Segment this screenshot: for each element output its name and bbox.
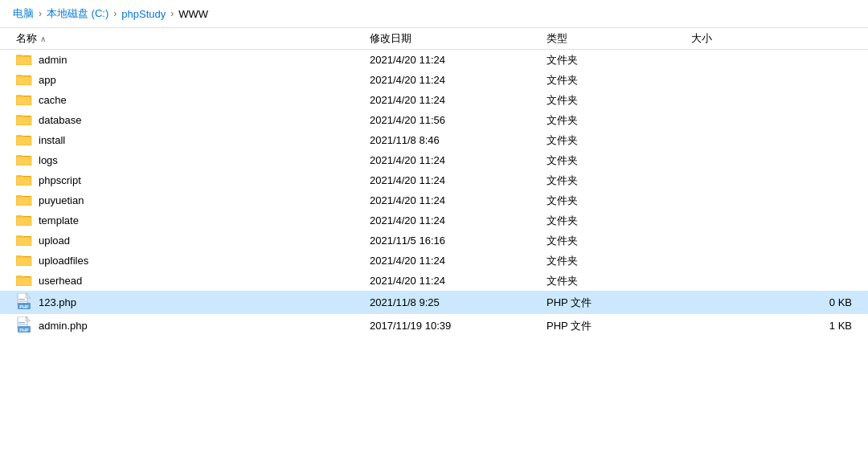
cell-type: PHP 文件 [547,296,691,310]
table-row[interactable]: database2021/4/20 11:56文件夹 [0,110,868,130]
table-row[interactable]: userhead2021/4/20 11:24文件夹 [0,271,868,291]
file-name: logs [39,154,58,166]
cell-date: 2021/11/8 8:46 [370,134,547,146]
breadcrumb: 电脑 › 本地磁盘 (C:) › phpStudy › WWW [0,0,868,28]
cell-name: userhead [0,273,370,288]
svg-rect-28 [16,157,31,165]
column-headers: 名称 ∧ 修改日期 类型 大小 [0,28,868,50]
breadcrumb-sep-3: › [170,8,174,19]
svg-rect-64 [18,301,27,302]
folder-icon [16,213,32,228]
cell-type: 文件夹 [547,113,691,128]
svg-text:PHP: PHP [19,304,29,309]
svg-rect-63 [18,299,25,300]
table-row[interactable]: template2021/4/20 11:24文件夹 [0,210,868,231]
cell-name: upload [0,233,370,248]
breadcrumb-phpstudy[interactable]: phpStudy [121,8,166,20]
cell-date: 2021/4/20 11:24 [370,174,547,186]
table-row[interactable]: cache2021/4/20 11:24文件夹 [0,90,868,110]
col-header-date[interactable]: 修改日期 [370,31,547,46]
cell-name: logs [0,153,370,168]
svg-rect-13 [16,96,31,105]
cell-date: 2021/4/20 11:24 [370,194,547,206]
php-file-icon: PHP [16,316,32,335]
svg-rect-43 [16,217,31,226]
breadcrumb-computer[interactable]: 电脑 [13,6,34,21]
svg-rect-22 [16,135,23,137]
svg-rect-48 [16,237,31,246]
file-name: admin.php [39,320,88,332]
svg-marker-62 [26,293,31,298]
table-row[interactable]: app2021/4/20 11:24文件夹 [0,70,868,90]
svg-rect-2 [16,55,23,56]
table-row[interactable]: puyuetian2021/4/20 11:24文件夹 [0,190,868,210]
table-row[interactable]: install2021/11/8 8:46文件夹 [0,130,868,150]
folder-icon [16,273,32,288]
file-explorer: 名称 ∧ 修改日期 类型 大小 admin2021/4/20 11:24文件夹 [0,28,868,337]
cell-type: 文件夹 [547,173,691,188]
svg-rect-32 [16,175,23,177]
svg-rect-8 [16,76,31,85]
folder-icon [16,193,32,208]
table-row[interactable]: logs2021/4/20 11:24文件夹 [0,150,868,170]
cell-name: uploadfiles [0,253,370,268]
table-row[interactable]: PHP admin.php2017/11/19 10:39PHP 文件1 KB [0,314,868,337]
cell-size: 1 KB [691,320,868,332]
svg-marker-70 [26,316,31,321]
svg-rect-3 [16,56,31,65]
breadcrumb-local-disk[interactable]: 本地磁盘 (C:) [47,6,108,21]
file-list: admin2021/4/20 11:24文件夹 app2021/4/20 11:… [0,50,868,337]
svg-rect-72 [18,324,27,325]
col-header-name[interactable]: 名称 ∧ [0,31,370,46]
svg-rect-7 [16,75,23,76]
file-name: install [39,134,65,146]
svg-rect-47 [16,235,23,237]
col-header-size[interactable]: 大小 [691,31,868,46]
cell-name: app [0,72,370,88]
cell-date: 2021/11/5 16:16 [370,235,547,247]
cell-name: database [0,112,370,128]
file-name: puyuetian [39,194,84,206]
cell-type: 文件夹 [547,133,691,148]
cell-type: 文件夹 [547,153,691,168]
breadcrumb-www: WWW [178,8,208,20]
cell-name: install [0,133,370,148]
breadcrumb-sep-2: › [113,8,117,19]
cell-date: 2017/11/19 10:39 [370,320,547,332]
cell-date: 2021/11/8 9:25 [370,296,547,308]
table-row[interactable]: uploadfiles2021/4/20 11:24文件夹 [0,251,868,271]
cell-type: 文件夹 [547,234,691,248]
folder-icon [16,253,32,268]
table-row[interactable]: upload2021/11/5 16:16文件夹 [0,231,868,251]
file-name: 123.php [39,296,76,308]
table-row[interactable]: PHP 123.php2021/11/8 9:25PHP 文件0 KB [0,291,868,314]
file-name: upload [39,235,70,247]
sort-arrow-icon: ∧ [40,35,46,43]
table-row[interactable]: admin2021/4/20 11:24文件夹 [0,50,868,70]
col-header-type[interactable]: 类型 [547,31,691,46]
file-name: uploadfiles [39,255,88,267]
folder-icon [16,233,32,248]
cell-size: 0 KB [691,296,868,308]
cell-type: 文件夹 [547,53,691,67]
svg-rect-42 [16,215,23,217]
svg-rect-18 [16,116,31,125]
breadcrumb-sep-1: › [39,8,42,19]
svg-rect-27 [16,155,23,157]
cell-date: 2021/4/20 11:24 [370,214,547,226]
svg-rect-57 [16,275,23,277]
table-row[interactable]: phpscript2021/4/20 11:24文件夹 [0,170,868,190]
cell-name: template [0,213,370,228]
cell-date: 2021/4/20 11:24 [370,74,547,86]
folder-icon [16,112,32,128]
file-name: userhead [39,275,82,287]
folder-icon [16,173,32,188]
cell-type: 文件夹 [547,93,691,108]
cell-type: 文件夹 [547,73,691,88]
folder-icon [16,52,32,67]
folder-icon [16,92,32,108]
svg-rect-37 [16,195,23,197]
file-name: database [39,114,82,126]
folder-icon [16,133,32,148]
svg-rect-71 [18,322,25,323]
